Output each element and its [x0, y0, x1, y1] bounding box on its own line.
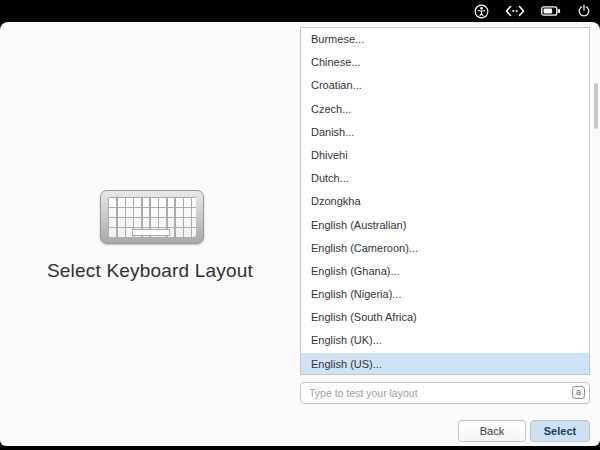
- keyboard-illustration-icon: [100, 190, 204, 244]
- back-button[interactable]: Back: [458, 420, 526, 442]
- layout-test-input[interactable]: [300, 382, 590, 404]
- layout-list-item[interactable]: English (South Africa): [301, 306, 589, 329]
- test-entry-wrap: a: [300, 382, 590, 404]
- select-button[interactable]: Select: [530, 420, 590, 442]
- layout-list-item[interactable]: Dhivehi: [301, 144, 589, 167]
- scrollbar-thumb[interactable]: [594, 83, 598, 129]
- layout-list-item[interactable]: Dutch...: [301, 167, 589, 190]
- battery-icon[interactable]: [541, 5, 561, 17]
- network-wired-icon[interactable]: [505, 5, 525, 17]
- keyboard-preview-icon[interactable]: a: [572, 386, 585, 399]
- layout-list-item[interactable]: Czech...: [301, 98, 589, 121]
- page-title: Select Keyboard Layout: [0, 260, 300, 282]
- layout-list-item[interactable]: Dzongkha: [301, 190, 589, 213]
- layout-list-item[interactable]: English (US)...: [301, 353, 589, 375]
- power-icon[interactable]: [577, 4, 591, 18]
- layout-list-item[interactable]: English (Cameroon)...: [301, 237, 589, 260]
- layout-list-item[interactable]: Burmese...: [301, 28, 589, 51]
- layout-list-item[interactable]: English (Nigeria)...: [301, 283, 589, 306]
- layout-list-item[interactable]: English (UK)...: [301, 329, 589, 352]
- setup-window: Select Keyboard Layout Burmese...Chinese…: [0, 22, 600, 446]
- keyboard-layout-list[interactable]: Burmese...Chinese...Croatian...Czech...D…: [300, 27, 590, 375]
- keyboard-spacebar: [132, 229, 171, 236]
- accessibility-icon[interactable]: [474, 4, 489, 19]
- layout-list-item[interactable]: English (Australian): [301, 214, 589, 237]
- layout-list-item[interactable]: Croatian...: [301, 74, 589, 97]
- layout-list-item[interactable]: Danish...: [301, 121, 589, 144]
- top-bar: [0, 0, 600, 22]
- layout-list-item[interactable]: Chinese...: [301, 51, 589, 74]
- layout-list-item[interactable]: English (Ghana)...: [301, 260, 589, 283]
